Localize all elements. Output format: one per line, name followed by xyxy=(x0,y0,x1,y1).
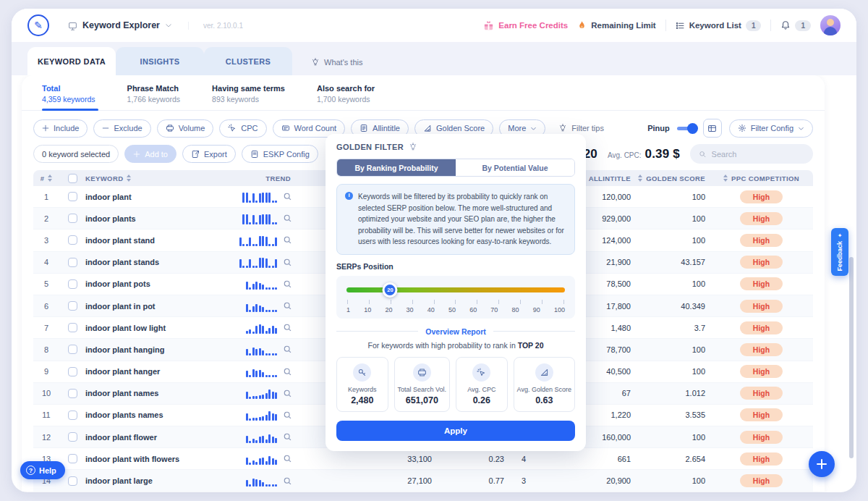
exclude-filter-button[interactable]: Exclude xyxy=(93,119,150,138)
notifications-button[interactable]: 1 xyxy=(780,20,811,31)
golden-score-cell: 100 xyxy=(635,214,710,223)
add-floating-button[interactable] xyxy=(809,451,835,477)
sort-ppc[interactable] xyxy=(723,174,728,182)
golden-score-cell: 2.654 xyxy=(635,455,710,463)
export-button[interactable]: Export xyxy=(182,145,236,163)
ppc-badge: High xyxy=(740,387,783,400)
row-checkbox[interactable] xyxy=(68,301,77,311)
magnifier-icon[interactable] xyxy=(283,454,292,463)
pinup-toggle[interactable] xyxy=(677,127,696,130)
row-checkbox[interactable] xyxy=(68,235,77,245)
magnifier-icon[interactable] xyxy=(283,192,292,201)
magnifier-icon[interactable] xyxy=(283,279,292,289)
divider xyxy=(665,20,666,31)
plus-icon xyxy=(133,151,140,158)
magnifier-icon[interactable] xyxy=(283,258,292,267)
tab-keyword-data[interactable]: KEYWORD DATA xyxy=(27,47,116,75)
magnifier-icon[interactable] xyxy=(283,389,292,398)
golden-score-cell: 3.7 xyxy=(635,324,710,332)
row-checkbox[interactable] xyxy=(68,389,77,398)
row-checkbox[interactable] xyxy=(68,367,77,376)
chevron-down-icon xyxy=(165,22,172,29)
trend-sparkline xyxy=(246,322,278,334)
row-checkbox[interactable] xyxy=(68,192,77,201)
row-checkbox[interactable] xyxy=(68,476,77,486)
magnifier-icon[interactable] xyxy=(283,411,292,420)
ppc-badge: High xyxy=(740,408,783,421)
sort-num[interactable] xyxy=(48,174,52,182)
subtab-also-search-for[interactable]: Also search for1,700 keywords xyxy=(317,84,375,110)
sort-golden-score[interactable] xyxy=(638,174,642,182)
row-checkbox[interactable] xyxy=(68,345,77,354)
tab-by-potential-value[interactable]: By Potential Value xyxy=(456,159,574,176)
help-button[interactable]: ? Help xyxy=(20,461,65,479)
ppc-badge: High xyxy=(740,256,783,269)
keyword-list-badge: 1 xyxy=(746,20,762,31)
magnifier-icon[interactable] xyxy=(283,235,292,245)
info-icon: i xyxy=(345,192,353,200)
volume-filter-button[interactable]: Volume xyxy=(157,119,214,138)
serp-slider: 20 1102030405060708090100 xyxy=(336,276,575,319)
slider-track[interactable] xyxy=(346,287,565,292)
golden-score-cell: 100 xyxy=(635,345,710,354)
magnifier-icon[interactable] xyxy=(283,301,292,311)
row-checkbox[interactable] xyxy=(68,323,77,332)
table-row: 13indoor plant with flowers33,1000.23466… xyxy=(33,448,813,470)
word-count-cell: 3 xyxy=(509,476,530,485)
row-checkbox[interactable] xyxy=(68,214,77,223)
subtab-phrase-match[interactable]: Phrase Match1,766 keywords xyxy=(127,84,181,110)
tab-clusters[interactable]: CLUSTERS xyxy=(204,47,292,75)
slider-thumb[interactable]: 20 xyxy=(383,282,398,298)
apply-button[interactable]: Apply xyxy=(336,421,575,441)
column-config-button[interactable] xyxy=(703,119,722,138)
doc-icon xyxy=(250,150,259,159)
subtab-total[interactable]: Total4,359 keywords xyxy=(42,84,95,110)
row-checkbox[interactable] xyxy=(68,411,77,420)
table-row: 14indoor plant large27,1000.77320,900100… xyxy=(33,470,813,492)
minus-icon xyxy=(102,125,109,132)
filter-tips[interactable]: Filter tips xyxy=(558,124,604,132)
vertical-scrollbar[interactable] xyxy=(849,257,854,458)
trend-sparkline xyxy=(246,409,278,421)
doc-icon xyxy=(359,124,368,132)
earn-free-credits[interactable]: Earn Free Credits xyxy=(483,20,568,31)
subtab-having-same-terms[interactable]: Having same terms893 keywords xyxy=(212,84,285,110)
magnifier-icon[interactable] xyxy=(283,367,292,376)
sort-keyword[interactable] xyxy=(127,174,131,182)
avatar[interactable] xyxy=(820,15,841,35)
tab-by-ranking-probability[interactable]: By Ranking Probability xyxy=(337,159,456,176)
remaining-limit[interactable]: Remaining Limit xyxy=(577,20,655,30)
search-icon xyxy=(699,150,707,159)
row-checkbox[interactable] xyxy=(68,432,77,442)
magnifier-icon[interactable] xyxy=(283,323,292,332)
magnifier-icon[interactable] xyxy=(283,345,292,354)
add-to-button[interactable]: Add to xyxy=(124,145,176,163)
brand-logo-icon[interactable]: ✎ xyxy=(27,14,49,36)
include-filter-button[interactable]: Include xyxy=(33,119,88,138)
keyword-list-button[interactable]: Keyword List 1 xyxy=(676,20,762,31)
search-input[interactable] xyxy=(712,150,804,159)
row-index: 7 xyxy=(33,324,59,332)
trend-sparkline xyxy=(246,344,278,355)
app-switcher[interactable]: Keyword Explorer xyxy=(68,20,172,30)
feedback-tab[interactable]: ✦ Feedback xyxy=(831,228,848,276)
ppc-badge: High xyxy=(740,452,783,466)
volume-icon xyxy=(413,363,431,382)
eskp-config-button[interactable]: ESKP Config xyxy=(242,145,318,163)
cpc-filter-button[interactable]: CPC xyxy=(219,119,266,138)
tab-insights[interactable]: INSIGHTS xyxy=(116,47,204,75)
magnifier-icon[interactable] xyxy=(283,214,292,223)
overview-subtitle: For keywords with high probability to ra… xyxy=(336,341,575,350)
filter-config-button[interactable]: Filter Config xyxy=(729,119,813,138)
row-checkbox[interactable] xyxy=(68,258,77,267)
select-all-checkbox[interactable] xyxy=(68,174,77,183)
trend-sparkline xyxy=(246,475,278,487)
magnifier-icon[interactable] xyxy=(283,432,292,442)
row-index: 10 xyxy=(33,389,59,397)
whats-this-link[interactable]: What's this xyxy=(311,58,362,67)
row-checkbox[interactable] xyxy=(68,454,77,463)
keyword-cell: indoor plants xyxy=(85,214,187,223)
magnifier-icon[interactable] xyxy=(283,476,292,486)
row-checkbox[interactable] xyxy=(68,279,77,289)
card-avg-cpc: Avg. CPC 0.26 xyxy=(456,357,508,412)
